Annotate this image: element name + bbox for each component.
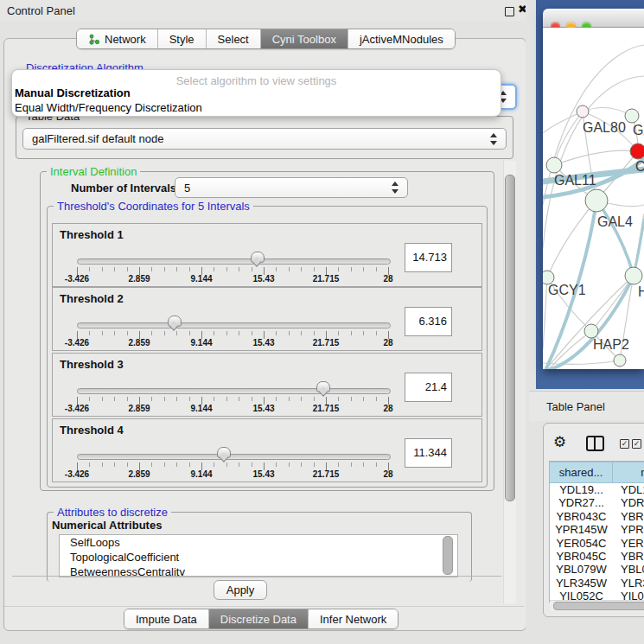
algorithm-dropdown-popup: Select algorithm to view settings Manual… <box>11 69 501 117</box>
network-node[interactable] <box>625 109 639 123</box>
cell-name: YDR2 <box>613 496 644 509</box>
tab-cyni-toolbox[interactable]: Cyni Toolbox <box>260 29 348 48</box>
tab-label: Style <box>169 33 194 46</box>
table-hscrollbar-thumb[interactable] <box>553 602 644 610</box>
slider-handle-icon[interactable] <box>316 381 330 392</box>
checkbox-icon[interactable]: ✓ <box>620 439 629 449</box>
table-row[interactable]: YBR045CYBR0 <box>550 550 644 563</box>
threshold-value-field[interactable]: 21.4 <box>405 373 452 402</box>
numerical-attributes-list: SelfLoopsTopologicalCoefficientBetweenne… <box>59 534 458 577</box>
table-row[interactable]: YER054CYER0 <box>550 537 644 550</box>
panel-bottom-divider <box>4 606 524 607</box>
cell-shared-name: YBR043C <box>550 510 613 523</box>
tab-label: Impute Data <box>136 613 197 626</box>
table-row[interactable]: YDR27...YDR2 <box>550 496 644 509</box>
column-header-name[interactable]: na <box>613 462 644 483</box>
combo-value: 5 <box>184 182 190 194</box>
menu-item-manual-discretization[interactable]: Manual Discretization <box>15 86 131 99</box>
slider-track[interactable] <box>77 388 391 394</box>
tab-label: Discretize Data <box>220 613 296 626</box>
table-panel-title: Table Panel <box>546 400 605 413</box>
threshold-label: Threshold 3 <box>60 358 124 371</box>
table-row[interactable]: YDL19...YDL1 <box>550 483 644 496</box>
settings-gear-icon[interactable]: ⚙ <box>553 433 566 450</box>
table-data-combo[interactable]: galFiltered.sif default node <box>22 128 507 150</box>
tick-label: 21.715 <box>300 469 352 479</box>
cell-name: YLR3 <box>613 577 644 590</box>
tick-label: 15.43 <box>238 404 290 413</box>
tick-label: 2.859 <box>113 338 165 348</box>
menu-item-equal-width-frequency[interactable]: Equal Width/Frequency Discretization <box>15 101 202 114</box>
tab-label: Infer Network <box>320 613 386 626</box>
slider-tick-labels: -3.4262.8599.14415.4321.71528 <box>53 274 481 285</box>
cell-name: YBL0 <box>613 563 644 576</box>
apply-button[interactable]: Apply <box>214 580 267 600</box>
column-header-shared-name[interactable]: shared... <box>550 462 613 483</box>
network-canvas[interactable]: GAL80GACGAL11GAL4GCY1HHAP2 <box>543 28 644 369</box>
cell-name: YBR0 <box>613 510 644 523</box>
panel-title: Control Panel <box>7 4 75 17</box>
table-panel-titlebar: Table Panel <box>529 391 644 421</box>
list-item[interactable]: TopologicalCoefficient <box>60 550 457 564</box>
network-node[interactable] <box>614 354 626 367</box>
threshold-label: Threshold 1 <box>60 228 124 241</box>
list-item[interactable]: SelfLoops <box>60 535 457 550</box>
tab-impute-data[interactable]: Impute Data <box>124 609 208 628</box>
tab-discretize-data[interactable]: Discretize Data <box>208 609 308 628</box>
node-label: GAL4 <box>597 214 633 229</box>
cell-shared-name: YLR345W <box>550 577 613 590</box>
network-node[interactable] <box>577 105 589 118</box>
cell-name: YPR1 <box>613 523 644 536</box>
threshold-box: Threshold 3 -3.4262.8599.14415.4321.7152… <box>52 353 482 417</box>
network-node[interactable] <box>585 189 608 212</box>
tab-style[interactable]: Style <box>157 29 206 48</box>
slider-track[interactable] <box>77 454 391 460</box>
tick-label: -3.426 <box>51 404 103 413</box>
threshold-box: Threshold 4 -3.4262.8599.14415.4321.7152… <box>52 418 482 482</box>
cell-shared-name: YBR045C <box>550 550 613 563</box>
combo-arrows-icon <box>490 132 497 146</box>
tick-label: 21.715 <box>300 274 352 284</box>
tick-label: 15.43 <box>238 338 290 348</box>
node-label: C <box>635 159 644 174</box>
network-node[interactable] <box>584 324 598 338</box>
network-window-titlebar[interactable] <box>543 9 644 28</box>
num-intervals-label: Number of Intervals <box>71 182 176 194</box>
tab-infer-network[interactable]: Infer Network <box>308 609 398 628</box>
list-scrollbar[interactable] <box>443 536 453 575</box>
threshold-value-field[interactable]: 14.713 <box>405 243 452 272</box>
split-columns-icon[interactable] <box>586 436 604 451</box>
slider-track[interactable] <box>77 258 391 265</box>
threshold-value-field[interactable]: 6.316 <box>405 307 452 336</box>
tick-label: 21.715 <box>300 404 352 413</box>
tick-label: 9.144 <box>175 338 227 348</box>
tab-network[interactable]: Network <box>77 29 157 48</box>
num-intervals-combo[interactable]: 5 <box>175 177 408 198</box>
group-title-attributes: Attributes to discretize <box>54 507 171 518</box>
slider-track[interactable] <box>77 322 391 328</box>
network-node[interactable] <box>625 267 642 284</box>
slider-handle-icon[interactable] <box>251 252 265 263</box>
tab-jactivemnodules[interactable]: jActiveMNodules <box>348 29 455 48</box>
slider-handle-icon[interactable] <box>217 447 231 458</box>
tick-label: 2.859 <box>113 274 165 284</box>
slider-tick-labels: -3.4262.8599.14415.4321.71528 <box>53 338 481 349</box>
table-row[interactable]: YPR145WYPR1 <box>550 523 644 536</box>
network-icon <box>88 34 99 45</box>
tick-label: -3.426 <box>51 469 103 479</box>
float-window-icon[interactable] <box>505 7 514 16</box>
network-node[interactable] <box>630 143 644 159</box>
group-title-interval-definition: Interval Definition <box>47 166 140 177</box>
tab-select[interactable]: Select <box>206 29 260 48</box>
threshold-value-field[interactable]: 11.344 <box>405 438 452 468</box>
network-node[interactable] <box>546 157 562 173</box>
cell-shared-name: YDR27... <box>550 496 613 509</box>
table-row[interactable]: YLR345WYLR3 <box>550 577 644 590</box>
table-row[interactable]: YBL079WYBL0 <box>550 563 644 576</box>
tick-label: 15.43 <box>238 274 290 284</box>
tick-label: 28 <box>362 274 414 284</box>
table-row[interactable]: YBR043CYBR0 <box>550 510 644 523</box>
main-scrollbar-thumb[interactable] <box>505 175 515 501</box>
checkbox-icon[interactable]: ✓ <box>632 439 641 449</box>
slider-handle-icon[interactable] <box>168 316 182 327</box>
